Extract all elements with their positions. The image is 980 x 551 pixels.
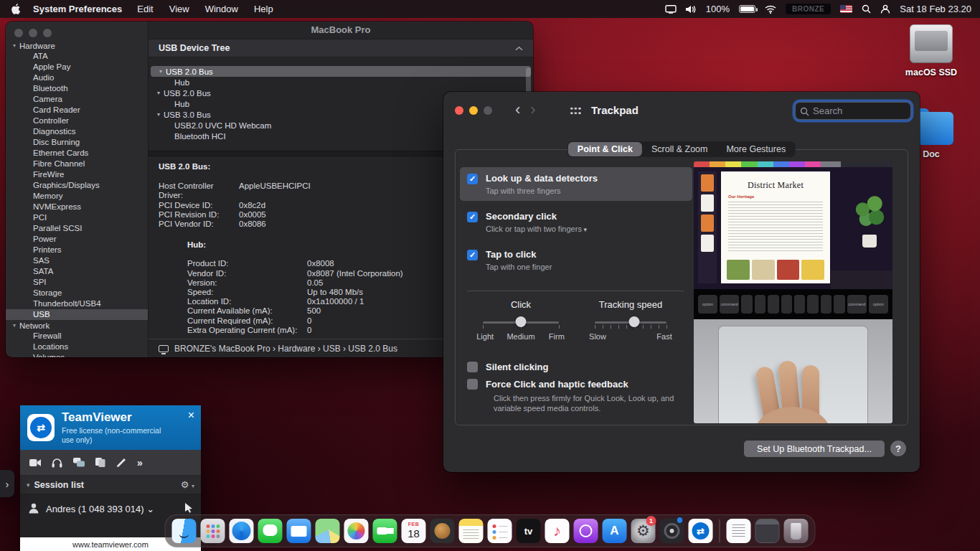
sidebar-item-ata[interactable]: ATA [6,51,148,62]
sidebar-item-volumes[interactable]: Volumes [6,352,148,357]
dock-messages[interactable] [257,517,284,545]
dock-calendar[interactable]: FEB18 [400,517,428,545]
volume-icon[interactable] [686,5,697,14]
touchbar-key[interactable] [755,295,765,314]
chevron-down-icon[interactable]: ▾ [157,111,160,118]
touchbar-key-option[interactable]: option [869,295,888,314]
dock-podcasts[interactable] [573,517,600,545]
apple-menu[interactable] [0,4,26,14]
touchbar-key[interactable] [807,295,818,314]
click-slider[interactable] [483,316,559,329]
sidebar-item-card-reader[interactable]: Card Reader [6,105,148,116]
checkbox-secondary-click[interactable]: ✓ [467,212,478,222]
sidebar-item-power[interactable]: Power [6,234,148,245]
sidebar-item-storage[interactable]: Storage [6,288,148,298]
sidebar-item-firewall[interactable]: Firewall [6,331,148,342]
sidebar-item-thunderbolt-usb4[interactable]: Thunderbolt/USB4 [6,298,148,309]
dock-textedit[interactable] [725,517,753,545]
breadcrumb[interactable]: BRONZE's MacBook Pro › Hardware › USB › … [174,344,397,354]
touchbar-key[interactable] [781,295,792,314]
usb-device-tree-header[interactable]: USB Device Tree [149,39,533,57]
dock-notes[interactable] [458,517,485,545]
option-look-up-data-detectors[interactable]: ✓Look up & data detectorsTap with three … [460,167,692,201]
file-transfer-icon[interactable] [95,458,105,467]
tab-scroll-zoom[interactable]: Scroll & Zoom [642,142,717,156]
disclosure-triangle-icon[interactable]: ▾ [13,42,16,49]
sidebar-item-ethernet-cards[interactable]: Ethernet Cards [6,148,148,159]
screen-mirroring-icon[interactable] [665,5,677,14]
chevron-down-icon[interactable]: ▾ [582,226,587,233]
remote-control-cursor-icon[interactable] [184,503,193,515]
sidebar-item-usb[interactable]: USB [6,309,148,320]
dock-minimized-window[interactable] [754,517,781,545]
chat-icon[interactable] [73,458,85,467]
option-secondary-click[interactable]: ✓Secondary clickClick or tap with two fi… [460,205,692,239]
dock-facetime[interactable] [372,517,399,545]
tab-more-gestures[interactable]: More Gestures [717,142,795,156]
dock-app-store[interactable]: A [601,517,628,545]
tree-row-hub[interactable]: Hub [149,77,533,88]
sidebar-item-locations[interactable]: Locations [6,342,148,352]
option-tap-to-click[interactable]: ✓Tap to clickTap with one finger [460,243,692,277]
dock-reminders[interactable] [486,517,514,545]
sidebar-item-camera[interactable]: Camera [6,94,148,105]
sidebar-item-disc-burning[interactable]: Disc Burning [6,137,148,148]
user-switch-icon[interactable] [880,4,890,14]
sidebar-item-fibre-channel[interactable]: Fibre Channel [6,159,148,169]
setup-bluetooth-trackpad-button[interactable]: Set Up Bluetooth Trackpad... [744,441,885,457]
tree-row-usb-2-0-bus[interactable]: ▾USB 2.0 Bus [151,66,531,77]
dock-music[interactable] [544,517,571,545]
touchbar-key-option[interactable]: option [698,295,717,314]
session-name[interactable]: Andres (1 048 393 014) ⌄ [46,504,154,514]
menu-view[interactable]: View [161,0,197,18]
sidebar-item-firewire[interactable]: FireWire [6,169,148,180]
chevron-down-icon[interactable]: ▾ [157,90,160,96]
teamviewer-edge-tab[interactable]: › [0,470,14,497]
sidebar-item-diagnostics[interactable]: Diagnostics [6,126,148,137]
menu-help[interactable]: Help [246,0,281,18]
zoom-button[interactable] [43,29,52,37]
session-settings[interactable]: ⚙ ▾ [181,479,194,490]
dock-mail[interactable] [286,517,313,545]
dock-jar-app[interactable] [429,517,456,545]
close-button[interactable] [14,29,23,37]
touchbar-key[interactable] [834,295,844,314]
chevron-down-icon[interactable]: ▾ [159,68,162,75]
show-all-grid-icon[interactable] [570,106,582,116]
sidebar-item-sas[interactable]: SAS [6,255,148,266]
sidebar-section-network[interactable]: ▾Network [6,320,148,331]
sidebar-item-controller[interactable]: Controller [6,116,148,126]
sidebar-item-parallel-scsi[interactable]: Parallel SCSI [6,223,148,234]
tab-point-click[interactable]: Point & Click [568,142,642,156]
sidebar-item-memory[interactable]: Memory [6,191,148,202]
option-silent-clicking[interactable]: Silent clicking [467,361,692,372]
wifi-icon[interactable] [765,5,776,14]
checkbox-silent-clicking[interactable] [467,362,478,372]
help-button[interactable]: ? [890,441,906,456]
search-input[interactable] [795,102,911,120]
dock-trash[interactable] [783,517,810,545]
zoom-button[interactable] [484,106,492,115]
touchbar-key-command[interactable]: command [847,295,867,314]
minimize-button[interactable] [29,29,37,37]
sidebar-section-hardware[interactable]: ▾Hardware [6,40,148,51]
forward-button[interactable]: › [530,100,535,119]
dock-safari[interactable] [228,517,255,545]
menu-window[interactable]: Window [197,0,246,18]
keyboard-layout-flag-icon[interactable] [840,5,852,13]
sidebar-item-spi[interactable]: SPI [6,277,148,288]
checkbox-force-click-and-haptic-feedback[interactable] [467,379,478,390]
sidebar-item-apple-pay[interactable]: Apple Pay [6,62,148,72]
dock-tv[interactable]: tv [515,517,542,545]
sidebar-item-audio[interactable]: Audio [6,72,148,83]
checkbox-look-up-data-detectors[interactable]: ✓ [467,174,478,184]
dock-screen-recorder[interactable] [659,517,686,545]
dock-teamviewer[interactable]: ⇄ [687,517,715,545]
touchbar-key[interactable] [768,295,778,314]
window-title[interactable]: MacBook Pro [149,22,533,39]
trackpad-titlebar[interactable]: ‹ › Trackpad [443,92,920,129]
slider-thumb[interactable] [516,316,527,327]
slider-thumb[interactable] [629,316,640,327]
dock-photos[interactable] [343,517,370,545]
collapse-chevron-icon[interactable] [515,44,523,52]
